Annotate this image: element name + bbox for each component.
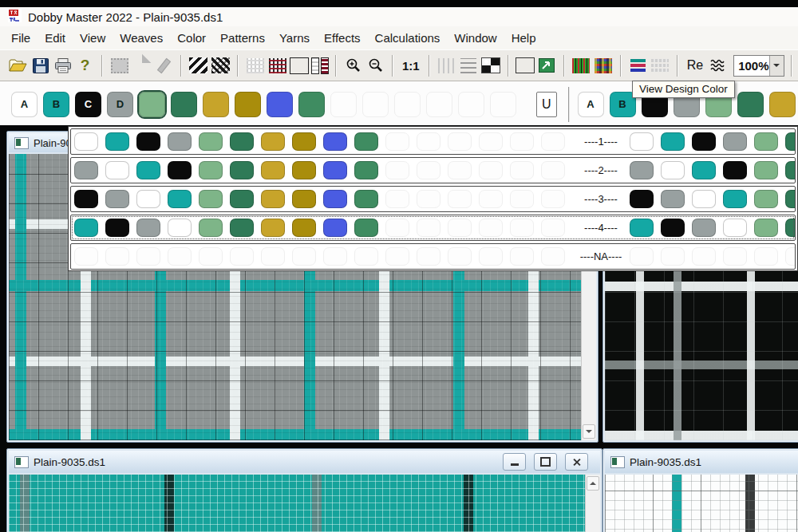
palette-swatch-F[interactable] (171, 92, 197, 117)
color-chip-empty[interactable] (723, 247, 747, 266)
yarn-window-icon[interactable] (516, 57, 535, 73)
weave-column-icon[interactable] (311, 58, 329, 73)
edit-pencil-icon-disabled[interactable] (154, 56, 174, 76)
colorway-row-3[interactable]: ----3---- (70, 186, 796, 212)
color-chip-D[interactable] (630, 161, 654, 179)
palette-swatch-J[interactable] (298, 92, 325, 117)
scroll-down-button[interactable] (583, 424, 595, 439)
color-chip-empty[interactable] (479, 161, 503, 179)
color-chip-empty[interactable] (448, 161, 472, 179)
color-chip-C[interactable] (630, 190, 654, 208)
color-chip-empty[interactable] (105, 247, 129, 266)
color-chip-C[interactable] (723, 161, 747, 179)
color-chip-empty[interactable] (541, 247, 565, 266)
menu-item-file[interactable]: File (4, 29, 38, 47)
color-chip-D[interactable] (168, 132, 192, 151)
color-chip-B[interactable] (74, 219, 98, 237)
weave-grid-icon-disabled[interactable] (245, 56, 265, 76)
invert-blocks-icon[interactable] (481, 56, 501, 76)
color-chip-empty[interactable] (510, 247, 534, 266)
u-button[interactable]: U (536, 92, 557, 117)
color-chip-I[interactable] (323, 190, 347, 208)
color-chip-empty[interactable] (136, 247, 160, 266)
color-chip-C[interactable] (692, 132, 716, 151)
color-chip-empty[interactable] (417, 219, 440, 237)
color-chip-D[interactable] (692, 219, 716, 237)
menu-item-yarns[interactable]: Yarns (272, 29, 317, 47)
sateen-weave-icon[interactable] (211, 56, 231, 76)
colorway-row-5[interactable]: ----NA---- (70, 243, 796, 270)
swap-view-icon[interactable] (537, 56, 557, 76)
fabric-view-teal-warp[interactable] (9, 475, 600, 532)
color-chip-empty[interactable] (448, 247, 472, 266)
palette-swatch-F[interactable] (737, 92, 764, 117)
weave-editor-icon[interactable] (290, 57, 309, 74)
color-chip-F[interactable] (230, 219, 254, 237)
color-chip-J[interactable] (354, 161, 378, 179)
color-chip-E[interactable] (199, 190, 223, 208)
warp-lines-icon-disabled[interactable] (437, 56, 456, 76)
color-chip-empty[interactable] (74, 247, 98, 266)
colorway-row-1[interactable]: ----1---- (70, 128, 796, 155)
color-chip-G[interactable] (261, 190, 285, 208)
color-chip-J[interactable] (354, 219, 378, 237)
palette-swatch-A[interactable]: A (11, 92, 38, 117)
warp-pattern-icon[interactable] (571, 56, 591, 76)
palette-swatch-empty[interactable] (490, 92, 516, 117)
color-bars-icon[interactable] (628, 56, 648, 76)
palette-swatch-A[interactable]: A (578, 92, 604, 117)
color-chip-F[interactable] (785, 132, 796, 151)
color-chip-G[interactable] (261, 219, 285, 237)
colorway-row-2[interactable]: ----2---- (70, 157, 796, 183)
color-chip-I[interactable] (323, 219, 347, 237)
color-chip-A[interactable] (630, 132, 654, 151)
color-chip-empty[interactable] (168, 247, 192, 266)
color-chip-empty[interactable] (417, 161, 440, 179)
select-region-icon-disabled[interactable] (109, 56, 129, 76)
color-chip-empty[interactable] (385, 190, 409, 208)
color-chip-empty[interactable] (479, 190, 503, 208)
one-to-one-button[interactable]: 1:1 (400, 59, 422, 73)
color-chip-H[interactable] (292, 161, 316, 179)
palette-swatch-empty[interactable] (330, 92, 357, 117)
twill-weave-icon[interactable] (188, 56, 208, 76)
palette-swatch-empty[interactable] (394, 92, 421, 117)
vertical-scrollbar[interactable] (585, 475, 600, 532)
color-chip-A[interactable] (692, 190, 716, 208)
palette-swatch-empty[interactable] (362, 92, 389, 117)
color-chip-empty[interactable] (510, 161, 534, 179)
fabric-view-white-grid[interactable] (605, 475, 798, 532)
zoom-in-icon[interactable] (343, 56, 363, 76)
zoom-level-select[interactable]: 100% (733, 55, 784, 77)
color-chip-B[interactable] (692, 161, 716, 179)
color-grid-icon[interactable] (594, 56, 614, 76)
color-chip-empty[interactable] (630, 247, 654, 266)
color-chip-F[interactable] (230, 190, 254, 208)
color-chip-empty[interactable] (510, 132, 534, 151)
color-chip-E[interactable] (199, 132, 223, 151)
color-chip-A[interactable] (168, 219, 192, 237)
color-chip-D[interactable] (136, 219, 160, 237)
restore-button[interactable] (534, 453, 557, 471)
color-chip-empty[interactable] (385, 161, 409, 179)
color-chip-empty[interactable] (417, 190, 440, 208)
minimize-button[interactable] (503, 453, 526, 471)
color-chip-E[interactable] (754, 190, 778, 208)
palette-swatch-empty[interactable] (458, 92, 484, 117)
color-chip-B[interactable] (168, 190, 192, 208)
color-chip-J[interactable] (354, 132, 378, 151)
palette-swatch-G[interactable] (203, 92, 229, 117)
open-file-icon[interactable] (8, 56, 28, 76)
palette-swatch-H[interactable] (235, 92, 261, 117)
color-chip-empty[interactable] (323, 247, 347, 266)
color-chip-empty[interactable] (417, 132, 440, 151)
colorway-dropdown-panel[interactable]: ----1--------2--------3--------4--------… (68, 126, 798, 271)
color-chip-empty[interactable] (292, 247, 316, 266)
color-chip-E[interactable] (199, 161, 223, 179)
paste-arrow-icon-disabled[interactable] (132, 56, 152, 76)
combo-dropdown-button[interactable] (769, 56, 784, 76)
color-chip-C[interactable] (105, 219, 129, 237)
color-chip-B[interactable] (661, 132, 685, 151)
color-bars-icon-disabled[interactable] (650, 56, 670, 76)
color-chip-empty[interactable] (541, 190, 565, 208)
